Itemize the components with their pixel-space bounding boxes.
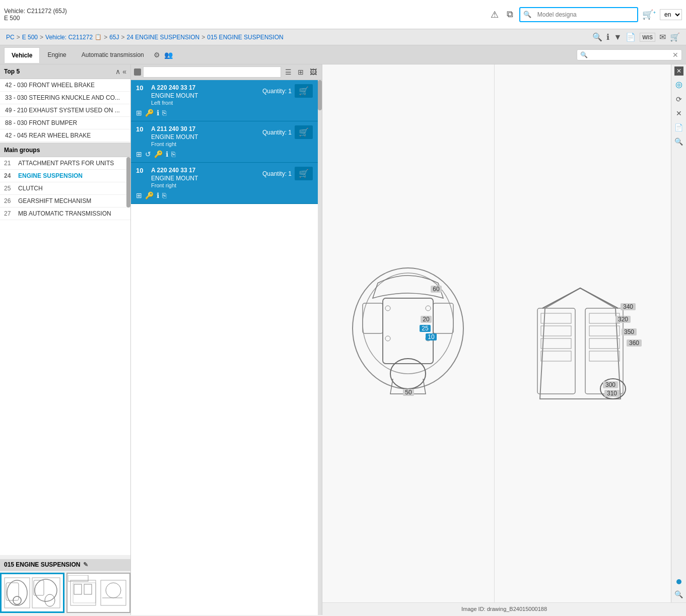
breadcrumb-65j[interactable]: 65J <box>109 34 119 41</box>
tab-engine[interactable]: Engine <box>40 47 74 62</box>
part-copy-btn-1[interactable]: ⎘ <box>162 109 166 117</box>
mail-icon-button[interactable]: ✉ <box>659 32 666 42</box>
tab-search-clear-icon[interactable]: ✕ <box>672 51 678 59</box>
side-doc-btn[interactable]: 📄 <box>672 121 685 133</box>
part-qty-3: Quantity: 1 🛒 <box>262 167 313 180</box>
center-grid-view-btn[interactable]: ⊞ <box>296 67 306 77</box>
group-item-26[interactable]: 26 GEARSHIFT MECHANISM <box>0 195 130 208</box>
top5-item-2[interactable]: 33 - 030 STEERING KNUCKLE AND CO... <box>0 92 130 104</box>
tab-automatic-transmission[interactable]: Automatic transmission <box>74 47 152 62</box>
side-zoom-in-btn[interactable]: 🔍 <box>672 135 685 148</box>
part-icons-1: ⊞ 🔑 ℹ ⎘ <box>136 109 313 117</box>
top5-item-1[interactable]: 42 - 030 FRONT WHEEL BRAKE <box>0 79 130 92</box>
parts-scroll-thumb[interactable] <box>318 80 322 110</box>
tab-vehicle[interactable]: Vehicle <box>4 47 40 63</box>
group-item-24[interactable]: 24 ENGINE SUSPENSION <box>0 170 130 182</box>
part-info-btn-3[interactable]: ℹ <box>157 191 159 199</box>
image-id: Image ID: drawing_B24015000188 <box>322 602 686 615</box>
part-cart-btn-2[interactable]: 🛒 <box>295 125 313 139</box>
side-cross-btn[interactable]: ✕ <box>674 107 684 119</box>
zoom-icon-button[interactable]: 🔍 <box>592 32 602 42</box>
svg-rect-0 <box>5 578 30 608</box>
part-copy-btn-3[interactable]: ⎘ <box>162 191 166 199</box>
svg-point-23 <box>385 336 390 341</box>
side-close-btn[interactable]: ✕ <box>674 66 683 76</box>
center-list-view-btn[interactable]: ☰ <box>283 67 294 77</box>
top5-close-btn[interactable]: « <box>122 67 126 76</box>
side-target-btn[interactable]: ◎ <box>673 78 684 91</box>
thumbnail-2[interactable] <box>66 573 130 613</box>
center-panel: ☰ ⊞ 🖼 10 A 220 240 33 17 ENGINE MOUNT Le… <box>131 64 322 615</box>
edit-icon[interactable]: ✎ <box>83 561 88 568</box>
part-table-btn-2[interactable]: ⊞ <box>136 150 142 158</box>
wis-icon-button[interactable]: WIS <box>640 33 655 42</box>
breadcrumb-015[interactable]: 015 ENGINE SUSPENSION <box>207 34 283 41</box>
group-item-27[interactable]: 27 MB AUTOMATIC TRANSMISSION <box>0 208 130 220</box>
top5-collapse-btn[interactable]: ∧ <box>115 67 120 76</box>
part-item-2: 10 A 211 240 30 17 ENGINE MOUNT Front ri… <box>131 121 318 163</box>
center-image-view-btn[interactable]: 🖼 <box>308 67 319 77</box>
model-search-input[interactable] <box>533 9 634 20</box>
part-qty-1: Quantity: 1 🛒 <box>262 84 313 98</box>
group-item-25[interactable]: 25 CLUTCH <box>0 182 130 195</box>
svg-text:50: 50 <box>405 389 413 396</box>
tab-settings-icon[interactable]: ⚙ <box>152 49 162 61</box>
top5-item-4[interactable]: 88 - 030 FRONT BUMPER <box>0 117 130 129</box>
part-qty-label-3: Quantity: 1 <box>262 170 292 177</box>
tab-group-icon[interactable]: 👥 <box>162 49 175 61</box>
part-copy-btn-2[interactable]: ⎘ <box>171 150 175 158</box>
part-icons-2: ⊞ ↺ 🔑 ℹ ⎘ <box>136 150 313 158</box>
breadcrumb-e500[interactable]: E 500 <box>22 34 38 41</box>
svg-point-22 <box>426 306 431 311</box>
part-info-btn-2[interactable]: ℹ <box>166 150 168 158</box>
part-note-2: Front right <box>151 141 262 147</box>
center-toolbar: ☰ ⊞ 🖼 <box>131 64 322 80</box>
filter-icon-button[interactable]: ▼ <box>613 33 622 42</box>
top5-item-5[interactable]: 42 - 045 REAR WHEEL BRAKE <box>0 129 130 142</box>
group-item-21[interactable]: 21 ATTACHMENT PARTS FOR UNITS <box>0 157 130 170</box>
svg-text:340: 340 <box>623 303 633 310</box>
group-num-26: 26 <box>4 197 14 204</box>
part-key-btn-2[interactable]: 🔑 <box>154 150 163 158</box>
tab-search-input[interactable] <box>590 51 670 58</box>
svg-text:20: 20 <box>423 316 430 323</box>
section-title: 015 ENGINE SUSPENSION ✎ <box>0 559 130 571</box>
breadcrumb-vehicle[interactable]: Vehicle: C211272 <box>45 34 93 41</box>
main-groups-header: Main groups <box>0 143 130 157</box>
group-scroll-handle[interactable] <box>126 157 130 208</box>
info-icon-button[interactable]: ℹ <box>606 32 609 42</box>
parts-list: 10 A 220 240 33 17 ENGINE MOUNT Left fro… <box>131 80 318 615</box>
copy-button[interactable]: ⧉ <box>505 7 515 22</box>
svg-rect-37 <box>541 326 571 336</box>
thumbnail-1[interactable] <box>0 573 64 613</box>
part-cart-btn-3[interactable]: 🛒 <box>295 167 313 180</box>
breadcrumb-engine-suspension[interactable]: 24 ENGINE SUSPENSION <box>127 34 200 41</box>
vehicle-line2: E 500 <box>4 15 67 22</box>
search-icon: 🔍 <box>523 11 531 18</box>
group-num-25: 25 <box>4 185 14 192</box>
top5-item-3[interactable]: 49 - 210 EXHAUST SYSTEM USED ON ... <box>0 104 130 117</box>
part-key-btn-3[interactable]: 🔑 <box>145 191 154 199</box>
part-pos-1: 10 <box>136 84 146 92</box>
svg-text:360: 360 <box>629 339 639 347</box>
language-select[interactable]: en de fr <box>660 9 682 20</box>
cart-add-button[interactable]: 🛒+ <box>642 9 656 20</box>
side-zoom-out-btn[interactable]: 🔍 <box>672 588 685 600</box>
svg-rect-4 <box>32 578 60 608</box>
doc-icon-button[interactable]: 📄 <box>626 32 636 42</box>
part-refresh-btn-2[interactable]: ↺ <box>145 150 151 158</box>
part-table-btn-1[interactable]: ⊞ <box>136 109 142 117</box>
part-table-btn-3[interactable]: ⊞ <box>136 191 142 199</box>
part-info-btn-1[interactable]: ℹ <box>157 109 159 117</box>
part-key-btn-1[interactable]: 🔑 <box>145 109 154 117</box>
part-note-1: Left front <box>151 100 262 106</box>
side-history-btn[interactable]: ⟳ <box>674 93 684 105</box>
part-pos-2: 10 <box>136 125 146 133</box>
part-qty-label-2: Quantity: 1 <box>262 129 292 136</box>
warning-icon-button[interactable]: ⚠ <box>489 7 501 22</box>
part-cart-btn-1[interactable]: 🛒 <box>295 84 313 98</box>
breadcrumb-pc[interactable]: PC <box>6 34 15 41</box>
cart-icon-button[interactable]: 🛒 <box>670 32 680 42</box>
parts-scrollbar[interactable] <box>318 80 322 615</box>
center-search-input[interactable] <box>143 66 281 78</box>
